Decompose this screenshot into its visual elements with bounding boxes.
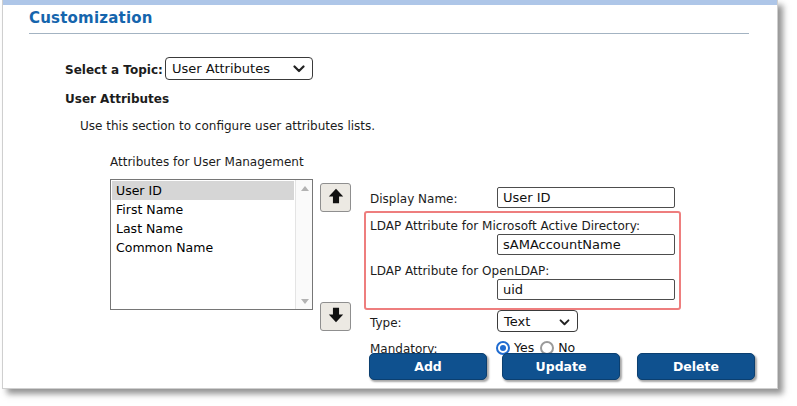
- page-title: Customization: [29, 9, 153, 27]
- customization-panel: Customization Select a Topic: User Attri…: [2, 0, 778, 389]
- title-divider: [29, 33, 749, 34]
- display-name-input[interactable]: [497, 187, 675, 208]
- ldap-openldap-label: LDAP Attribute for OpenLDAP:: [370, 264, 549, 278]
- section-description: Use this section to configure user attri…: [80, 119, 375, 133]
- topic-label: Select a Topic:: [65, 63, 163, 77]
- scroll-down-icon[interactable]: [296, 293, 313, 309]
- attributes-listbox[interactable]: User ID First Name Last Name Common Name: [110, 179, 313, 310]
- arrow-down-icon: [327, 306, 345, 328]
- list-item[interactable]: Last Name: [112, 219, 294, 238]
- topic-select[interactable]: User Attributes: [165, 57, 313, 80]
- move-up-button[interactable]: [320, 183, 351, 212]
- list-item[interactable]: First Name: [112, 200, 294, 219]
- list-item[interactable]: Common Name: [112, 238, 294, 257]
- type-select-value: Text: [504, 314, 530, 329]
- listbox-scrollbar[interactable]: [295, 180, 312, 309]
- arrow-up-icon: [327, 187, 345, 209]
- topic-select-value: User Attributes: [172, 61, 270, 76]
- ldap-ad-input[interactable]: [497, 234, 675, 255]
- ldap-ad-label: LDAP Attribute for Microsoft Active Dire…: [370, 219, 640, 233]
- scroll-up-icon[interactable]: [296, 180, 313, 196]
- display-name-label: Display Name:: [370, 192, 458, 206]
- ldap-openldap-input[interactable]: [497, 279, 675, 300]
- attributes-list-label: Attributes for User Management: [110, 155, 304, 169]
- window-top-bar: [3, 0, 777, 5]
- update-button[interactable]: Update: [502, 353, 620, 380]
- chevron-down-icon: [559, 314, 570, 329]
- delete-button[interactable]: Delete: [637, 353, 755, 380]
- add-button[interactable]: Add: [369, 353, 487, 380]
- type-label: Type:: [370, 316, 402, 330]
- move-down-button[interactable]: [320, 302, 351, 331]
- section-heading: User Attributes: [65, 92, 169, 106]
- type-select[interactable]: Text: [497, 310, 578, 332]
- chevron-down-icon: [293, 61, 305, 76]
- list-item[interactable]: User ID: [112, 181, 294, 200]
